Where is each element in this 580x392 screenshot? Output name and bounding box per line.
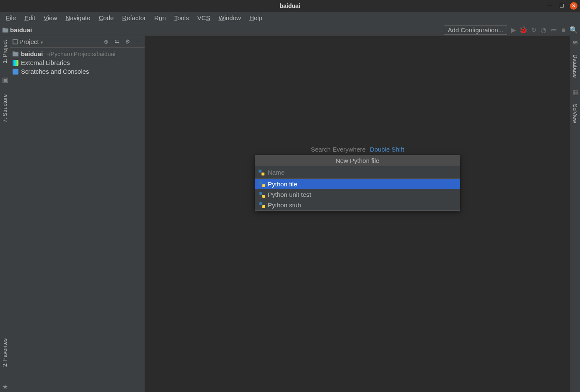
close-icon[interactable]: ✕ [570,2,577,10]
menu-view[interactable]: View [39,13,61,23]
hide-icon[interactable]: — [135,39,142,45]
collapse-icon[interactable]: ⇆ [114,39,120,45]
popup-option-label: Python file [268,181,297,188]
gutter-favorites[interactable]: 2: Favorites [2,336,8,369]
sciview-icon[interactable]: ▦ [572,88,578,94]
star-icon[interactable]: ★ [2,383,8,389]
tree-root-label: baiduai [21,50,43,57]
attach-icon[interactable]: ≔ [550,26,557,34]
tree-ext-label: External Libraries [21,59,70,66]
menu-window[interactable]: Window [215,13,245,23]
left-gutter: 1: Project ▣ 7: Structure 2: Favorites ★ [0,36,10,392]
menu-tools[interactable]: Tools [170,13,193,23]
menu-edit[interactable]: Edit [20,13,39,23]
file-name-input[interactable] [267,167,456,178]
stop-icon[interactable]: ■ [560,26,567,34]
project-view-icon [13,39,18,44]
right-gutter: ≋ Database ▦ SciView [570,36,580,392]
python-icon [259,170,264,175]
tree-scratch-label: Scratches and Consoles [21,68,89,75]
window-title: baiduai [280,3,300,9]
titlebar: baiduai — ☐ ✕ [0,0,580,12]
folder-icon [13,52,18,57]
editor-area: Search Everywhere Double Shift New Pytho… [145,36,570,392]
gutter-structure[interactable]: 7: Structure [2,92,8,125]
tree-root[interactable]: baiduai ~/PycharmProjects/baiduai [10,49,145,58]
popup-option-label: Python unit test [268,191,311,198]
project-panel-title: Project [19,38,43,45]
gutter-project[interactable]: 1: Project [2,38,8,66]
menu-refactor[interactable]: Refactor [118,13,150,23]
main-area: 1: Project ▣ 7: Structure 2: Favorites ★… [0,36,580,392]
database-icon[interactable]: ≋ [572,39,578,44]
menu-run[interactable]: Run [150,13,170,23]
libraries-icon [13,60,18,66]
run-coverage-icon[interactable]: ↻ [530,26,537,34]
tree-scratches[interactable]: Scratches and Consoles [10,67,145,76]
tree-external-libraries[interactable]: External Libraries [10,58,145,67]
run-icon[interactable]: ▶ [510,26,517,34]
nav-right: Add Configuration... ▶ 🐞 ↻ ◔ ≔ ■ 🔍 [444,25,577,35]
python-icon [259,202,265,208]
menu-code[interactable]: Code [95,13,118,23]
project-tree: baiduai ~/PycharmProjects/baiduai Extern… [10,48,145,77]
gutter-sciview[interactable]: SciView [572,101,578,126]
window-controls: — ☐ ✕ [546,2,577,10]
debug-icon[interactable]: 🐞 [520,26,527,34]
search-everywhere-hint: Search Everywhere Double Shift [311,146,404,153]
gear-icon[interactable]: ⚙ [124,39,131,45]
folder-gutter-icon[interactable]: ▣ [2,76,8,82]
popup-input-row [255,166,460,179]
add-configuration-button[interactable]: Add Configuration... [444,25,507,35]
menu-navigate[interactable]: Navigate [61,13,94,23]
menu-help[interactable]: Help [245,13,267,23]
locate-icon[interactable]: ⊕ [103,39,109,45]
menu-vcs[interactable]: VCS [193,13,215,23]
folder-icon [3,28,8,33]
popup-option-python-file[interactable]: Python file [255,179,460,189]
project-panel-header: Project ⊕ ⇆ ⚙ — [10,36,145,48]
profile-icon[interactable]: ◔ [540,26,547,34]
breadcrumb[interactable]: baiduai [3,26,32,34]
breadcrumb-project: baiduai [10,26,32,34]
python-icon [259,181,265,187]
navbar: baiduai Add Configuration... ▶ 🐞 ↻ ◔ ≔ ■… [0,24,580,36]
scratches-icon [13,69,18,75]
new-python-file-popup: New Python file Python file Python unit … [255,155,460,211]
python-icon [259,192,265,198]
menu-file[interactable]: File [2,13,20,23]
popup-option-python-unit-test[interactable]: Python unit test [255,189,460,200]
project-panel-toolbar: ⊕ ⇆ ⚙ — [103,39,142,45]
popup-option-python-stub[interactable]: Python stub [255,200,460,210]
menubar: File Edit View Navigate Code Refactor Ru… [0,12,580,24]
popup-options: Python file Python unit test Python stub [255,179,460,210]
popup-title: New Python file [255,155,460,166]
project-panel-title-group[interactable]: Project [13,38,43,45]
tree-root-path: ~/PycharmProjects/baiduai [46,51,116,57]
gutter-database[interactable]: Database [572,52,578,80]
search-icon[interactable]: 🔍 [570,26,577,34]
hint-label: Search Everywhere [311,146,366,153]
minimize-icon[interactable]: — [546,3,553,9]
maximize-icon[interactable]: ☐ [558,3,565,9]
popup-option-label: Python stub [268,201,301,209]
hint-shortcut: Double Shift [370,146,404,153]
project-panel: Project ⊕ ⇆ ⚙ — baiduai ~/PycharmProject… [10,36,145,392]
